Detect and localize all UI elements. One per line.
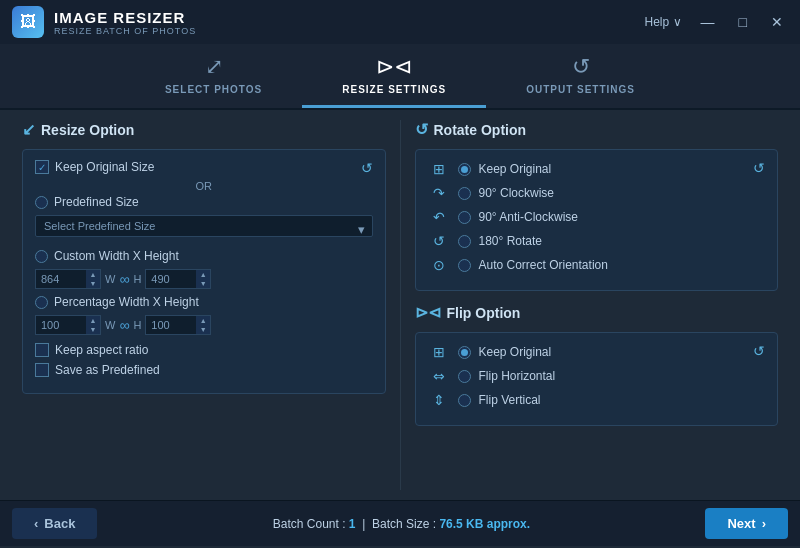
tab-output-settings[interactable]: ↺ OUTPUT SETTINGS (486, 44, 675, 108)
custom-height-wrap: ▲ ▼ (145, 269, 211, 289)
app-subtitle: RESIZE BATCH OF PHOTOS (54, 26, 196, 36)
help-button[interactable]: Help ∨ (645, 15, 682, 29)
custom-height-down[interactable]: ▼ (196, 279, 210, 288)
bottom-checks: Keep aspect ratio Save as Predefined (35, 343, 373, 377)
flip-reset-button[interactable]: ↺ (753, 343, 765, 359)
custom-w-label: W (105, 273, 115, 285)
custom-width-down[interactable]: ▼ (86, 279, 100, 288)
custom-height-input[interactable] (146, 270, 196, 288)
main-content: ↙ Resize Option ↺ Keep Original Size OR … (0, 110, 800, 500)
flip-vertical-radio[interactable] (458, 394, 471, 407)
rotate-cw90-radio[interactable] (458, 187, 471, 200)
custom-h-label: H (133, 273, 141, 285)
flip-horizontal-label: Flip Horizontal (479, 369, 556, 383)
custom-size-row: Custom Width X Height (35, 249, 373, 263)
rotate-180-icon: ↺ (428, 232, 450, 250)
status-bar: ‹ Back Batch Count : 1 | Batch Size : 76… (0, 500, 800, 546)
custom-height-spinners: ▲ ▼ (196, 270, 210, 288)
rotate-auto-icon: ⊙ (428, 256, 450, 274)
flip-keep-original-label: Keep Original (479, 345, 552, 359)
predefined-size-select[interactable]: Select Predefined Size (35, 215, 373, 237)
rotate-keep-icon: ⊞ (428, 160, 450, 178)
rotate-cw90-icon: ↷ (428, 184, 450, 202)
flip-box: ↺ ⊞ Keep Original ⇔ Flip Horizontal ⇕ Fl… (415, 332, 779, 426)
batch-size-label: Batch Size : (372, 517, 436, 531)
flip-keep-original-row: ⊞ Keep Original (428, 343, 754, 361)
custom-width-input[interactable] (36, 270, 86, 288)
percent-height-up[interactable]: ▲ (196, 316, 210, 325)
right-panel: ↺ Rotate Option ↺ ⊞ Keep Original ↷ 90° … (401, 120, 787, 490)
batch-size-value: 76.5 KB approx. (439, 517, 530, 531)
next-button[interactable]: Next › (705, 508, 788, 539)
keep-original-label: Keep Original Size (55, 160, 154, 174)
percent-h-label: H (133, 319, 141, 331)
next-chevron-icon: › (762, 516, 766, 531)
rotate-keep-original-row: ⊞ Keep Original (428, 160, 754, 178)
app-icon: 🖼 (12, 6, 44, 38)
flip-vert-icon: ⇕ (428, 391, 450, 409)
percent-size-radio[interactable] (35, 296, 48, 309)
restore-button[interactable]: □ (734, 12, 752, 32)
rotate-180-radio[interactable] (458, 235, 471, 248)
save-predefined-checkbox[interactable] (35, 363, 49, 377)
rotate-title-text: Rotate Option (434, 122, 527, 138)
rotate-180-label: 180° Rotate (479, 234, 543, 248)
flip-horizontal-row: ⇔ Flip Horizontal (428, 367, 766, 385)
output-settings-label: OUTPUT SETTINGS (526, 84, 635, 95)
flip-section: ⊳⊲ Flip Option ↺ ⊞ Keep Original ⇔ Flip … (415, 303, 779, 426)
resize-section-title: ↙ Resize Option (22, 120, 386, 139)
predefined-size-radio[interactable] (35, 196, 48, 209)
keep-original-checkbox[interactable] (35, 160, 49, 174)
resize-settings-icon: ⊳⊲ (376, 54, 412, 80)
keep-aspect-checkbox[interactable] (35, 343, 49, 357)
flip-horiz-icon: ⇔ (428, 367, 450, 385)
percent-width-up[interactable]: ▲ (86, 316, 100, 325)
flip-vertical-row: ⇕ Flip Vertical (428, 391, 766, 409)
rotate-keep-original-label: Keep Original (479, 162, 552, 176)
back-label: Back (44, 516, 75, 531)
rotate-auto-label: Auto Correct Orientation (479, 258, 608, 272)
resize-reset-button[interactable]: ↺ (361, 160, 373, 176)
resize-settings-label: RESIZE SETTINGS (342, 84, 446, 95)
rotate-keep-original-radio[interactable] (458, 163, 471, 176)
close-button[interactable]: ✕ (766, 12, 788, 32)
app-title-block: IMAGE RESIZER RESIZE BATCH OF PHOTOS (54, 9, 196, 36)
flip-section-title: ⊳⊲ Flip Option (415, 303, 779, 322)
custom-width-wrap: ▲ ▼ (35, 269, 101, 289)
predefined-size-label: Predefined Size (54, 195, 139, 209)
percent-width-input[interactable] (36, 316, 86, 334)
custom-width-up[interactable]: ▲ (86, 270, 100, 279)
custom-height-up[interactable]: ▲ (196, 270, 210, 279)
rotate-auto-radio[interactable] (458, 259, 471, 272)
minimize-button[interactable]: — (696, 12, 720, 32)
rotate-reset-button[interactable]: ↺ (753, 160, 765, 176)
flip-horizontal-radio[interactable] (458, 370, 471, 383)
nav-tabs: ⤢ SELECT PHOTOS ⊳⊲ RESIZE SETTINGS ↺ OUT… (0, 44, 800, 110)
custom-size-radio[interactable] (35, 250, 48, 263)
percent-width-down[interactable]: ▼ (86, 325, 100, 334)
output-settings-icon: ↺ (572, 54, 590, 80)
next-label: Next (727, 516, 755, 531)
title-bar: 🖼 IMAGE RESIZER RESIZE BATCH OF PHOTOS H… (0, 0, 800, 44)
percent-height-down[interactable]: ▼ (196, 325, 210, 334)
tab-resize-settings[interactable]: ⊳⊲ RESIZE SETTINGS (302, 44, 486, 108)
resize-option-panel: ↙ Resize Option ↺ Keep Original Size OR … (14, 120, 401, 490)
rotate-acw90-row: ↶ 90° Anti-Clockwise (428, 208, 766, 226)
flip-keep-original-radio[interactable] (458, 346, 471, 359)
percent-size-inputs: ▲ ▼ W ∞ H ▲ ▼ (35, 315, 373, 335)
back-button[interactable]: ‹ Back (12, 508, 97, 539)
rotate-acw90-radio[interactable] (458, 211, 471, 224)
keep-aspect-row: Keep aspect ratio (35, 343, 373, 357)
rotate-acw90-icon: ↶ (428, 208, 450, 226)
custom-size-inputs: ▲ ▼ W ∞ H ▲ ▼ (35, 269, 373, 289)
percent-height-input[interactable] (146, 316, 196, 334)
batch-count-value: 1 (349, 517, 356, 531)
custom-width-spinners: ▲ ▼ (86, 270, 100, 288)
save-predefined-label: Save as Predefined (55, 363, 160, 377)
rotate-box: ↺ ⊞ Keep Original ↷ 90° Clockwise ↶ 90° … (415, 149, 779, 291)
percent-height-spinners: ▲ ▼ (196, 316, 210, 334)
rotate-cw90-label: 90° Clockwise (479, 186, 555, 200)
custom-infinity: ∞ (119, 271, 129, 287)
tab-select-photos[interactable]: ⤢ SELECT PHOTOS (125, 44, 302, 108)
rotate-title-icon: ↺ (415, 120, 428, 139)
